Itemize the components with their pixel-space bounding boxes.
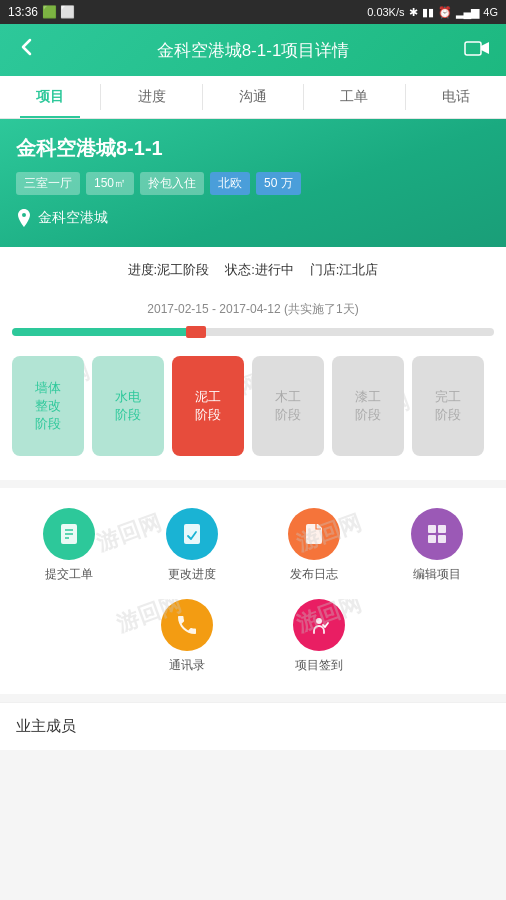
members-title: 业主成员 — [16, 717, 76, 734]
time-display: 13:36 — [8, 5, 38, 19]
alarm-icon: ⏰ — [438, 6, 452, 19]
notification-icons: 🟩 ⬜ — [42, 5, 75, 19]
action-icon-journal — [288, 508, 340, 560]
tab-workorder[interactable]: 工单 — [304, 76, 404, 118]
svg-marker-1 — [481, 42, 489, 54]
stage-label-complete: 完工阶段 — [435, 388, 461, 424]
location-pin-icon — [16, 210, 32, 226]
project-name: 金科空港城8-1-1 — [16, 135, 490, 162]
tag-area: 150㎡ — [86, 172, 134, 195]
header: 金科空港城8-1-1项目详情 — [0, 24, 506, 76]
stage-card-wood: 木工阶段 — [252, 356, 324, 456]
action-edit-project[interactable]: 编辑项目 — [384, 508, 491, 583]
tab-bar: 项目 进度 沟通 工单 电话 — [0, 76, 506, 119]
signal-type: 4G — [483, 6, 498, 18]
back-button[interactable] — [16, 36, 48, 64]
action-label-journal: 发布日志 — [290, 566, 338, 583]
action-post-journal[interactable]: 发布日志 — [261, 508, 368, 583]
action-contacts[interactable]: 通讯录 — [161, 599, 213, 674]
signal-icon: ▂▄▆ — [456, 6, 480, 19]
stage-label-electric: 水电阶段 — [115, 388, 141, 424]
timeline-progress — [12, 328, 195, 336]
svg-rect-9 — [428, 535, 436, 543]
tab-communication[interactable]: 沟通 — [203, 76, 303, 118]
svg-point-11 — [316, 618, 322, 624]
action-icon-workorder — [43, 508, 95, 560]
svg-rect-6 — [184, 524, 200, 544]
tab-progress[interactable]: 进度 — [101, 76, 201, 118]
bluetooth-icon: ✱ — [409, 6, 418, 19]
action-change-progress[interactable]: 更改进度 — [139, 508, 246, 583]
svg-rect-0 — [465, 42, 481, 55]
stage-label-mud: 泥工阶段 — [195, 388, 221, 424]
actions-grid-row1: 提交工单 更改进度 — [16, 508, 490, 583]
tag-room-type: 三室一厅 — [16, 172, 80, 195]
header-title: 金科空港城8-1-1项目详情 — [48, 39, 458, 62]
action-label-workorder: 提交工单 — [45, 566, 93, 583]
stage-card-electric: 水电阶段 — [92, 356, 164, 456]
status-time: 13:36 🟩 ⬜ — [8, 5, 75, 19]
tab-project[interactable]: 项目 — [0, 76, 100, 118]
action-submit-workorder[interactable]: 提交工单 — [16, 508, 123, 583]
progress-status: 状态:进行中 — [225, 261, 294, 279]
stage-card-paint: 漆工阶段 — [332, 356, 404, 456]
stages-container: 墙体整改阶段 水电阶段 泥工阶段 木工阶段 漆工阶段 完工阶段 — [0, 348, 506, 464]
stage-card-mud: 泥工阶段 — [172, 356, 244, 456]
camera-button[interactable] — [458, 39, 490, 61]
project-card: 金科空港城8-1-1 三室一厅 150㎡ 拎包入住 北欧 50 万 金科空港城 — [0, 119, 506, 247]
stage-card-wall: 墙体整改阶段 — [12, 356, 84, 456]
svg-rect-10 — [438, 535, 446, 543]
timeline-bar-container — [0, 328, 506, 336]
action-label-progress: 更改进度 — [168, 566, 216, 583]
stage-label-paint: 漆工阶段 — [355, 388, 381, 424]
progress-store: 门店:江北店 — [310, 261, 379, 279]
status-right: 0.03K/s ✱ ▮▮ ⏰ ▂▄▆ 4G — [367, 6, 498, 19]
stage-card-complete: 完工阶段 — [412, 356, 484, 456]
svg-rect-8 — [438, 525, 446, 533]
status-bar: 13:36 🟩 ⬜ 0.03K/s ✱ ▮▮ ⏰ ▂▄▆ 4G — [0, 0, 506, 24]
battery-icon: ▮▮ — [422, 6, 434, 19]
svg-rect-7 — [428, 525, 436, 533]
actions-grid-row2: 通讯录 项目签到 — [16, 599, 490, 674]
timeline-current-marker — [186, 326, 206, 338]
stage-label-wood: 木工阶段 — [275, 388, 301, 424]
project-tags: 三室一厅 150㎡ 拎包入住 北欧 50 万 — [16, 172, 490, 195]
stages-wrapper: 游回网 游回网 游回网 墙体整改阶段 水电阶段 泥工阶段 木工阶段 漆工阶段 完… — [0, 348, 506, 464]
actions-section: 游回网 游回网 提交工单 — [0, 488, 506, 694]
stage-label-wall: 墙体整改阶段 — [35, 379, 61, 434]
project-location: 金科空港城 — [16, 209, 490, 227]
network-speed: 0.03K/s — [367, 6, 404, 18]
tag-decoration: 北欧 — [210, 172, 250, 195]
action-icon-signin — [293, 599, 345, 651]
action-icon-contacts — [161, 599, 213, 651]
progress-stage: 进度:泥工阶段 — [128, 261, 210, 279]
timeline-track — [12, 328, 494, 336]
timeline-section: 2017-02-15 - 2017-04-12 (共实施了1天) 游回网 游回网… — [0, 293, 506, 480]
progress-info-bar: 进度:泥工阶段 状态:进行中 门店:江北店 — [0, 247, 506, 293]
action-icon-progress — [166, 508, 218, 560]
tag-style: 拎包入住 — [140, 172, 204, 195]
tab-phone[interactable]: 电话 — [406, 76, 506, 118]
action-label-signin: 项目签到 — [295, 657, 343, 674]
action-icon-edit — [411, 508, 463, 560]
action-label-edit: 编辑项目 — [413, 566, 461, 583]
tag-price: 50 万 — [256, 172, 301, 195]
members-section: 业主成员 — [0, 702, 506, 750]
action-project-signin[interactable]: 项目签到 — [293, 599, 345, 674]
timeline-dates: 2017-02-15 - 2017-04-12 (共实施了1天) — [0, 293, 506, 328]
action-label-contacts: 通讯录 — [169, 657, 205, 674]
location-text: 金科空港城 — [38, 209, 108, 227]
